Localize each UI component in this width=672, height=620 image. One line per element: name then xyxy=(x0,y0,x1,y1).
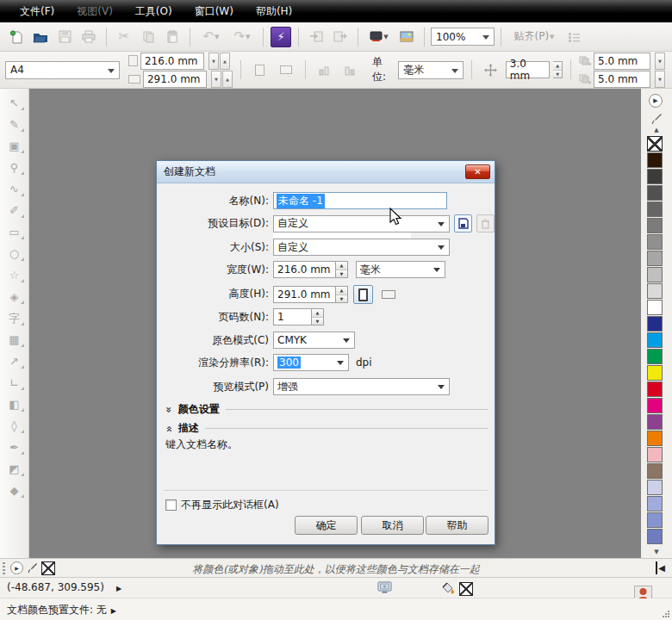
save-preset-button[interactable] xyxy=(454,214,472,232)
color-swatch[interactable] xyxy=(647,529,663,544)
window-resize-grip[interactable] xyxy=(663,611,669,617)
welcome-screen-button[interactable] xyxy=(395,26,418,48)
color-swatch[interactable] xyxy=(647,283,663,299)
crop-tool[interactable]: ▣ xyxy=(5,139,24,153)
color-swatch[interactable] xyxy=(647,365,663,381)
copy-button[interactable] xyxy=(137,26,159,48)
duplicate-x-field[interactable]: 5.0 mm xyxy=(594,53,650,70)
palette-options-button[interactable]: ▶ xyxy=(649,94,663,108)
print-button[interactable] xyxy=(78,26,100,48)
eyedropper-tool[interactable]: ◊ xyxy=(5,418,24,433)
color-swatch[interactable] xyxy=(647,381,663,397)
color-swatch[interactable] xyxy=(647,316,663,332)
proof-colors-icon[interactable] xyxy=(377,581,392,594)
page-height-spinner[interactable]: ▼▲ xyxy=(211,71,233,88)
export-button[interactable] xyxy=(329,26,352,48)
height-spinner[interactable]: ▲▼ xyxy=(336,286,348,303)
name-input[interactable]: 未命名 -1 xyxy=(273,192,447,209)
height-field[interactable]: 291.0 mm xyxy=(273,286,336,303)
options-button[interactable] xyxy=(563,26,585,48)
color-swatch[interactable] xyxy=(647,512,663,528)
zoom-tool[interactable]: ⚲ xyxy=(5,160,24,175)
no-color-swatch[interactable] xyxy=(647,136,663,152)
redo-button[interactable]: ↷▼ xyxy=(227,26,257,48)
color-swatch[interactable] xyxy=(647,496,663,512)
dialog-close-button[interactable]: ✕ xyxy=(465,164,490,179)
shape-tool[interactable]: ✎ xyxy=(5,117,24,132)
snap-dropdown-icon[interactable]: ▼ xyxy=(550,34,554,40)
new-document-button[interactable] xyxy=(5,26,28,48)
color-swatch[interactable] xyxy=(647,251,663,266)
basic-shapes-tool[interactable]: ◈ xyxy=(5,289,24,304)
color-swatch[interactable] xyxy=(647,332,663,348)
coordinates-flyout-icon[interactable]: ▶ xyxy=(116,585,121,592)
duplicate-y-field[interactable]: 5.0 mm xyxy=(594,71,650,88)
color-swatch[interactable] xyxy=(647,218,663,233)
rectangle-tool[interactable]: ▭ xyxy=(5,225,24,239)
nudge-offset-spinner[interactable]: ▲▼ xyxy=(553,61,563,78)
color-swatch[interactable] xyxy=(647,463,663,479)
page-width-spinner[interactable]: ▼▲ xyxy=(208,53,230,70)
artistic-media-tool[interactable]: ✐ xyxy=(5,203,24,218)
menu-item[interactable]: 工具(O) xyxy=(124,1,184,22)
palette-scroll-down-button[interactable]: ▼ xyxy=(650,549,663,555)
dont-show-again-checkbox[interactable] xyxy=(165,499,177,511)
blend-tool[interactable]: ◧ xyxy=(5,397,24,412)
preview-mode-combo[interactable]: 增强 xyxy=(273,378,450,395)
connector-tool[interactable]: ∟ xyxy=(5,375,24,390)
current-page-button[interactable] xyxy=(339,59,362,81)
ellipse-tool[interactable]: ○ xyxy=(5,246,24,261)
color-swatch[interactable] xyxy=(647,349,663,364)
color-swatch[interactable] xyxy=(647,447,663,462)
cancel-button[interactable]: 取消 xyxy=(361,516,424,535)
save-button[interactable] xyxy=(53,26,76,48)
width-field[interactable]: 216.0 mm xyxy=(273,261,336,278)
width-spinner[interactable]: ▲▼ xyxy=(336,261,348,278)
profile-flyout-icon[interactable]: ▶ xyxy=(111,607,116,615)
freehand-tool[interactable]: ∿ xyxy=(5,182,24,196)
color-swatch[interactable] xyxy=(647,169,663,184)
fill-color-swatch[interactable] xyxy=(459,582,473,596)
import-button[interactable] xyxy=(305,26,327,48)
preset-destination-combo[interactable]: 自定义 xyxy=(273,215,450,232)
application-launcher-button[interactable]: ▼ xyxy=(364,26,394,48)
ok-button[interactable]: 确定 xyxy=(295,516,358,535)
width-units-combo[interactable]: 毫米 xyxy=(356,261,445,278)
landscape-orientation-button[interactable] xyxy=(378,285,398,304)
color-swatch[interactable] xyxy=(647,152,663,168)
duplicate-y-spinner[interactable]: ▼ xyxy=(655,71,665,88)
table-tool[interactable]: ▦ xyxy=(5,332,24,347)
duplicate-x-spinner[interactable]: ▼ xyxy=(655,53,665,70)
undo-dropdown-icon[interactable]: ▼ xyxy=(215,34,219,40)
open-document-button[interactable] xyxy=(29,26,52,48)
palette-eyedropper-icon[interactable] xyxy=(651,113,663,125)
menu-item[interactable]: 视图(V) xyxy=(65,1,124,22)
snap-to-button[interactable]: 贴齐(P) ▼ xyxy=(507,26,561,48)
outline-pen-tool[interactable]: ✒ xyxy=(5,440,24,455)
pages-field[interactable]: 1 xyxy=(273,308,312,326)
portrait-orientation-button[interactable] xyxy=(353,285,373,304)
paste-button[interactable] xyxy=(161,26,184,48)
palette-scroll-up-button[interactable]: ▲ xyxy=(650,127,663,133)
color-swatch[interactable] xyxy=(647,300,663,315)
page-height-field[interactable]: 291.0 mm xyxy=(143,71,207,88)
dialog-title-bar[interactable]: 创建新文档 ✕ xyxy=(157,161,495,183)
document-palette-scroll-start-button[interactable]: ◀ xyxy=(656,561,665,574)
description-section[interactable]: » 描述 xyxy=(165,421,488,436)
pick-tool[interactable]: ↖ xyxy=(5,96,24,110)
dimension-tool[interactable]: ↗ xyxy=(5,354,24,369)
menu-item[interactable]: 帮助(H) xyxy=(245,1,303,22)
color-swatch[interactable] xyxy=(647,480,663,495)
color-settings-section[interactable]: » 颜色设置 xyxy=(165,402,488,417)
dont-show-again-row[interactable]: 不再显示此对话框(A) xyxy=(165,498,279,512)
fill-tool[interactable]: ◩ xyxy=(5,462,24,476)
color-swatch[interactable] xyxy=(647,398,663,413)
redo-dropdown-icon[interactable]: ▼ xyxy=(246,34,250,40)
pages-spinner[interactable]: ▲▼ xyxy=(312,308,324,326)
menu-item[interactable]: 文件(F) xyxy=(9,1,65,22)
text-tool[interactable]: 字 xyxy=(5,311,24,326)
resolution-combo[interactable]: 300 xyxy=(273,354,349,371)
polygon-tool[interactable]: ☆ xyxy=(5,268,24,282)
help-button[interactable]: 帮助 xyxy=(426,516,488,535)
search-content-button[interactable]: ⚡ xyxy=(270,26,292,48)
